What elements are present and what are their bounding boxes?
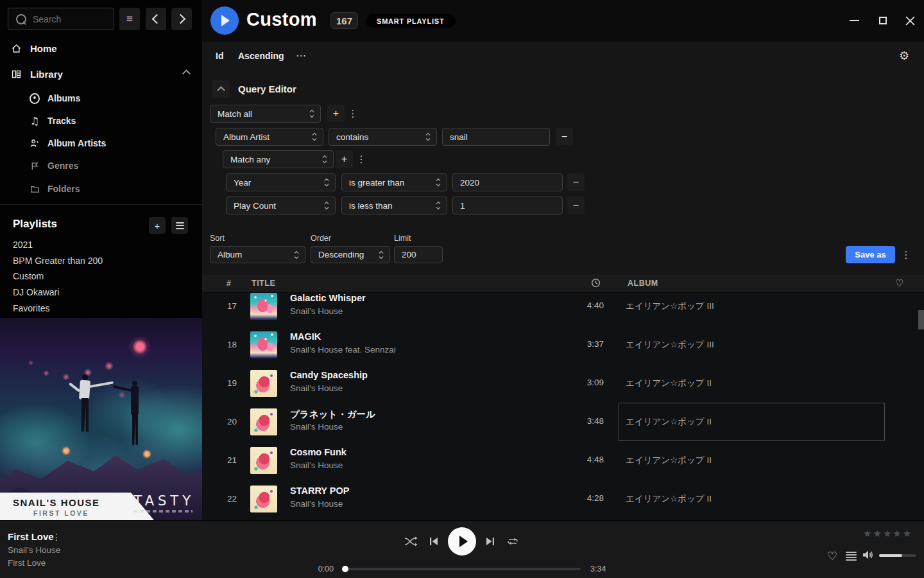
rule-operator-select[interactable]: contains [329,128,437,146]
track-album[interactable]: エイリアン☆ポップ II [626,378,712,389]
shuffle-button[interactable] [403,529,420,554]
rule-field-select[interactable]: Year [226,173,336,191]
save-as-button[interactable]: Save as [846,246,895,263]
list-icon [176,222,184,229]
table-row[interactable]: 20 プラネット・ガール Snail’s House 3:48 エイリアン☆ポッ… [202,403,924,441]
playlist-item-custom[interactable]: Custom [13,269,44,283]
track-album[interactable]: エイリアン☆ポップ II [626,455,712,466]
nav-back-button[interactable] [146,8,166,30]
select-value: Play Count [234,201,276,211]
rule-value-input[interactable] [452,197,563,215]
add-rule-button[interactable]: + [336,150,353,168]
query-collapse-button[interactable] [212,80,230,98]
volume-button[interactable] [862,549,875,561]
sidebar-item-genres[interactable]: Genres [0,157,202,174]
remove-rule-button[interactable]: − [567,173,585,191]
track-title: MAGIK [290,331,321,342]
duration-column-clock-icon[interactable] [591,278,601,288]
playlist-view-button[interactable] [171,217,188,234]
table-row[interactable]: 19 Candy Spaceship Snail’s House 3:09 エイ… [202,364,924,403]
sort-select[interactable]: Album [210,246,305,263]
column-album[interactable]: ALBUM [628,279,658,288]
play-icon [459,536,468,547]
query-menu-button[interactable]: ⋮ [902,246,911,263]
more-options-icon[interactable]: ⋯ [296,49,307,62]
queue-button[interactable] [846,552,857,561]
limit-input[interactable] [394,246,443,263]
rule-field-select[interactable]: Play Count [226,197,336,215]
window-minimize-button[interactable] [848,14,860,27]
remove-rule-button[interactable]: − [567,197,585,214]
rule-value-input[interactable] [452,173,563,191]
star-icon[interactable]: ★ [883,528,891,539]
add-playlist-button[interactable]: + [149,217,166,234]
group-menu-button[interactable]: ⋮ [348,105,357,122]
star-icon[interactable]: ★ [873,528,881,539]
match-type-select[interactable]: Match all [210,105,321,123]
sidebar-item-library[interactable]: Library [0,66,202,82]
playlist-item[interactable]: BPM Greater than 200 [13,254,103,268]
scrollbar-thumb[interactable] [918,310,924,329]
next-track-button[interactable] [483,529,497,554]
window-maximize-button[interactable] [877,14,889,27]
track-number: 21 [211,455,237,465]
search-input[interactable] [31,13,105,25]
rule-value-input[interactable] [442,128,550,146]
nav-forward-button[interactable] [171,8,192,30]
favorite-button[interactable]: ♡ [827,549,837,563]
add-rule-button[interactable]: + [327,105,345,122]
match-type-select[interactable]: Match any [223,150,334,168]
order-select[interactable]: Descending [311,246,390,263]
select-arrows-icon [436,177,441,188]
now-playing-album: First Love [8,558,46,568]
gear-icon[interactable]: ⚙ [899,49,909,62]
previous-track-button[interactable] [427,529,441,554]
search-box[interactable] [8,8,114,30]
table-row[interactable]: 17 Galactic Whisper Snail’s House 4:40 エ… [202,287,924,326]
track-album[interactable]: エイリアン☆ポップ II [626,416,712,428]
playlist-item[interactable]: DJ Okawari [13,285,59,299]
favorite-column-heart-icon[interactable]: ♡ [895,277,903,289]
next-icon [485,536,495,547]
repeat-button[interactable] [504,529,521,554]
sidebar-item-album-artists[interactable]: Album Artists [0,135,202,152]
playlist-item[interactable]: 2021 [13,238,33,252]
volume-fill [879,554,902,557]
sidebar-item-folders[interactable]: Folders [0,180,202,197]
star-icon[interactable]: ★ [893,528,901,539]
window-close-button[interactable] [903,14,916,27]
track-duration: 4:40 [561,301,604,310]
sort-field-button[interactable]: Id [216,51,223,61]
remove-rule-button[interactable]: − [556,128,573,145]
sidebar-item-tracks[interactable]: ♫ Tracks [0,112,202,129]
rule-field-select[interactable]: Album Artist [216,128,323,146]
chevron-up-icon[interactable] [182,69,191,78]
rule-operator-select[interactable]: is greater than [341,173,447,191]
sidebar-item-label: Genres [47,161,78,171]
now-playing-artwork[interactable]: SNAIL'S HOUSE FIRST LOVE TASTY [0,318,202,520]
play-playlist-button[interactable] [210,6,239,35]
seek-bar[interactable] [343,568,581,570]
sidebar-item-albums[interactable]: Albums [0,90,202,107]
star-icon[interactable]: ★ [903,528,911,539]
table-row[interactable]: 22 STARRY POP Snail’s House 4:28 エイリアン☆ポ… [202,480,924,518]
now-playing-menu-button[interactable]: ⋮ [51,530,62,543]
track-album[interactable]: エイリアン☆ポップ III [626,339,714,351]
track-album[interactable]: エイリアン☆ポップ II [626,493,712,505]
group-menu-button[interactable]: ⋮ [357,150,366,168]
column-title[interactable]: TITLE [252,279,275,288]
track-album[interactable]: エイリアン☆ポップ III [626,301,714,312]
sort-direction-button[interactable]: Ascending [238,51,284,61]
volume-slider[interactable] [879,554,916,557]
seek-handle[interactable] [342,566,348,572]
sidebar-item-home[interactable]: Home [0,40,202,57]
star-icon[interactable]: ★ [863,528,871,539]
table-row[interactable]: 18 MAGIK Snail’s House feat. Sennzai 3:3… [202,326,924,364]
main-menu-button[interactable]: ≡ [119,8,140,30]
select-value: Descending [318,250,364,259]
playlist-item[interactable]: Favorites [13,301,50,315]
table-row[interactable]: 21 Cosmo Funk Snail’s House 4:48 エイリアン☆ポ… [202,441,924,480]
play-pause-button[interactable] [448,527,476,556]
rule-operator-select[interactable]: is less than [341,197,447,215]
column-number[interactable]: # [227,279,231,288]
